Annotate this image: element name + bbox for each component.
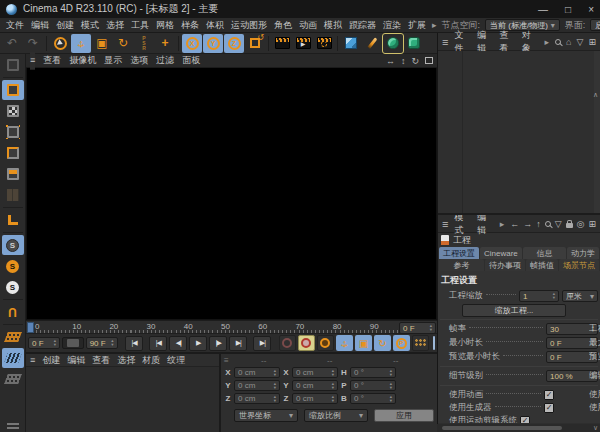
undo-icon[interactable]: ↶: [2, 34, 22, 53]
use-motion-system-checkbox[interactable]: ✓: [520, 416, 530, 424]
move-tool-icon[interactable]: ↔↕: [71, 34, 91, 53]
lock-workplane-icon[interactable]: [2, 348, 24, 368]
expander-icon[interactable]: ▸: [545, 37, 550, 47]
bend-deformer-icon[interactable]: [404, 34, 424, 53]
filter-icon[interactable]: ▽: [577, 37, 584, 47]
search-icon[interactable]: [545, 221, 551, 227]
scale-tool-icon[interactable]: ▣: [92, 34, 112, 53]
record-keyframe-icon[interactable]: [279, 335, 296, 351]
hamburger-icon[interactable]: ≡: [442, 218, 448, 230]
current-frame-field[interactable]: 0 F ▴▾: [399, 322, 436, 334]
new-panel-icon[interactable]: ⊞: [588, 219, 596, 229]
menu-tools[interactable]: 工具: [130, 19, 150, 32]
points-mode-icon[interactable]: [2, 122, 24, 142]
rotate-view-icon[interactable]: ↻: [411, 56, 419, 66]
unit-dropdown[interactable]: 厘米 ▾: [562, 290, 598, 302]
menu-extensions[interactable]: 扩展: [407, 19, 427, 32]
tab-todo[interactable]: 待办事项: [485, 259, 525, 271]
add-cube-icon[interactable]: [341, 34, 361, 53]
vp-menu-options[interactable]: 选项: [130, 54, 148, 67]
viewport-solo-hierarchy-icon[interactable]: S: [2, 277, 24, 297]
redo-icon[interactable]: ↷: [23, 34, 43, 53]
coordinate-space-dropdown[interactable]: 世界坐标▾: [234, 409, 298, 422]
tab-cineware[interactable]: Cineware: [480, 247, 522, 259]
menu-volume[interactable]: 体积: [205, 19, 225, 32]
coordinate-system-icon[interactable]: [245, 34, 265, 53]
spinner-icon[interactable]: ▴▾: [54, 339, 56, 347]
scroll-up-icon[interactable]: ∧: [593, 91, 598, 99]
mat-menu-select[interactable]: 选择: [117, 354, 135, 367]
render-settings-icon[interactable]: [314, 34, 334, 53]
rot-b-field[interactable]: 0 °▴▾: [350, 393, 396, 404]
pos-y-field[interactable]: 0 cm▴▾: [234, 380, 280, 391]
model-mode-icon[interactable]: [2, 80, 24, 100]
lock-y-axis-icon[interactable]: Y: [203, 34, 223, 53]
home-icon[interactable]: ⌂: [566, 37, 571, 47]
vp-menu-filter[interactable]: 过滤: [156, 54, 174, 67]
menu-mode[interactable]: 模式: [80, 19, 100, 32]
hamburger-icon[interactable]: ≡: [30, 355, 35, 365]
add-layer-icon[interactable]: ⊞: [588, 37, 596, 47]
menu-select[interactable]: 选择: [105, 19, 125, 32]
scroll-down-icon[interactable]: ∨: [593, 424, 600, 432]
parent-icon[interactable]: ↑: [536, 219, 541, 229]
psr-flyout-icon[interactable]: PSR: [134, 34, 154, 53]
mat-menu-create[interactable]: 创建: [42, 354, 60, 367]
edges-mode-icon[interactable]: [2, 143, 24, 163]
prev-key-button[interactable]: |◀: [149, 336, 167, 351]
use-animation-checkbox[interactable]: ✓: [544, 390, 554, 400]
tab-reference[interactable]: 参考: [439, 259, 484, 271]
render-view-icon[interactable]: [272, 34, 292, 53]
size-mode-dropdown[interactable]: 缩放比例▾: [304, 409, 368, 422]
menu-spline[interactable]: 样条: [180, 19, 200, 32]
goto-end-button[interactable]: ▶|: [253, 336, 271, 351]
expander-icon[interactable]: ▸: [500, 219, 505, 229]
menu-simulate[interactable]: 模拟: [323, 19, 343, 32]
prev-frame-button[interactable]: ◀|: [169, 336, 187, 351]
timeline-ruler[interactable]: 0 10 20 30 40 50 60 70 80 90 0 F ▴▾: [26, 320, 437, 333]
maximize-button[interactable]: □: [565, 4, 571, 15]
forward-icon[interactable]: →: [523, 219, 532, 229]
last-tool-icon[interactable]: +: [155, 34, 175, 53]
mat-menu-view[interactable]: 查看: [92, 354, 110, 367]
menu-edit[interactable]: 编辑: [30, 19, 50, 32]
lock-x-axis-icon[interactable]: X: [182, 34, 202, 53]
vp-menu-display[interactable]: 显示: [104, 54, 122, 67]
rot-p-field[interactable]: 0 °▴▾: [350, 380, 396, 391]
close-button[interactable]: ×: [588, 4, 594, 15]
size-z-field[interactable]: 0 cm▴▾: [292, 393, 338, 404]
palette-grip[interactable]: [7, 423, 19, 429]
menu-render[interactable]: 渲染: [382, 19, 402, 32]
vp-menu-panel[interactable]: 面板: [182, 54, 200, 67]
search-icon[interactable]: [555, 39, 561, 45]
spinner-icon[interactable]: ▴▾: [111, 339, 113, 347]
tab-keyframe-interp[interactable]: 帧插值: [526, 259, 558, 271]
texture-mode-icon[interactable]: [2, 101, 24, 121]
pos-x-field[interactable]: 0 cm▴▾: [234, 367, 280, 378]
scroll-handle[interactable]: [433, 336, 435, 350]
interface-dropdown[interactable]: 启动 ▾: [590, 19, 600, 31]
rotate-tool-icon[interactable]: ↻: [113, 34, 133, 53]
scrollbar[interactable]: [594, 51, 600, 213]
record-rotation-icon[interactable]: ↻: [374, 335, 391, 351]
apply-button[interactable]: 应用: [374, 409, 434, 422]
target-icon[interactable]: ◎: [577, 219, 585, 229]
pos-z-field[interactable]: 0 cm▴▾: [234, 393, 280, 404]
menu-character[interactable]: 角色: [273, 19, 293, 32]
snap-magnet-icon[interactable]: U: [2, 302, 24, 322]
dolly-view-icon[interactable]: ↕: [401, 56, 406, 66]
expander-icon[interactable]: ▸: [432, 20, 437, 30]
rot-h-field[interactable]: 0 °▴▾: [350, 367, 396, 378]
tab-project-settings[interactable]: 工程设置: [439, 247, 479, 259]
record-parameter-icon[interactable]: P: [393, 335, 410, 351]
spinner-icon[interactable]: ▴▾: [430, 324, 432, 332]
hamburger-icon[interactable]: ≡: [224, 356, 229, 365]
tweak-mode-icon[interactable]: [2, 185, 24, 205]
next-frame-button[interactable]: |▶: [209, 336, 227, 351]
menu-mograph[interactable]: 运动图形: [230, 19, 268, 32]
size-x-field[interactable]: 0 cm▴▾: [292, 367, 338, 378]
tab-scene-nodes[interactable]: 场景节点: [559, 259, 599, 271]
lock-z-axis-icon[interactable]: Z: [224, 34, 244, 53]
planar-workplane-icon[interactable]: [2, 369, 24, 389]
object-manager-list[interactable]: [438, 51, 600, 215]
